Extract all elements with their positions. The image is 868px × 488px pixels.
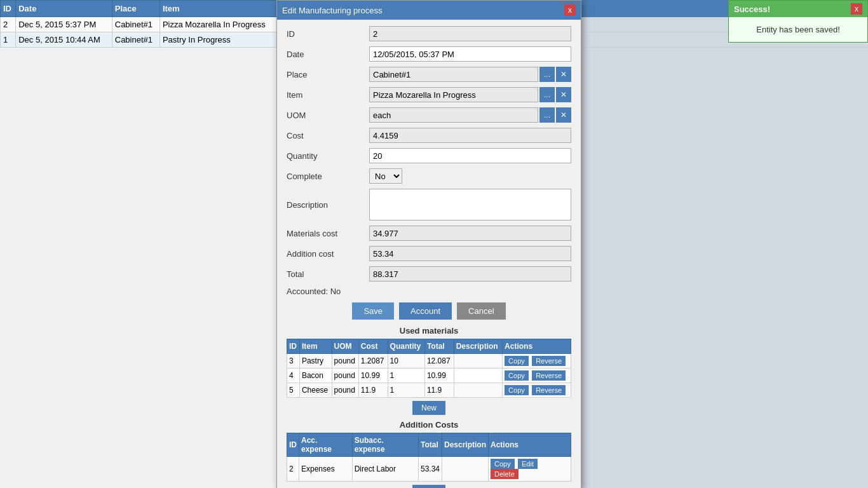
input-quantity[interactable] (369, 148, 571, 163)
field-date: Date (287, 46, 571, 62)
um-row-total: 11.9 (424, 383, 454, 398)
ac-col-id: ID (287, 433, 299, 457)
um-col-id: ID (287, 339, 300, 354)
um-col-actions: Actions (503, 339, 571, 354)
modal-body: ID Date Place ... ✕ (277, 20, 581, 488)
action-buttons: Save Account Cancel (287, 302, 571, 320)
um-row-uom: pound (332, 369, 358, 383)
addition-costs-header: Addition Costs (287, 420, 571, 430)
label-complete: Complete (287, 172, 369, 181)
place-browse-button[interactable]: ... (539, 67, 555, 82)
modal-overlay: Edit Manufacturing process x ID Date Pla… (276, 0, 581, 488)
label-place: Place (287, 70, 369, 79)
um-row-actions: Copy Reverse (503, 383, 571, 398)
um-row-id: 3 (287, 354, 300, 369)
field-accounted: Accounted: No (287, 287, 571, 296)
save-button[interactable]: Save (352, 302, 394, 320)
select-complete[interactable]: No Yes (369, 168, 402, 184)
um-reverse-button-1[interactable]: Reverse (532, 370, 566, 381)
ac-copy-button-0[interactable]: Copy (491, 459, 515, 469)
ac-new-button[interactable]: New (412, 485, 445, 488)
ac-delete-button-0[interactable]: Delete (491, 469, 519, 479)
ac-row-actions: Copy Edit Delete (489, 457, 571, 482)
um-copy-button-1[interactable]: Copy (505, 370, 529, 381)
used-materials-header: Used materials (287, 326, 571, 336)
field-uom: UOM ... ✕ (287, 107, 571, 123)
label-description: Description (287, 200, 369, 210)
accounted-text: Accounted: No (287, 287, 341, 296)
field-description: Description (287, 189, 571, 220)
um-reverse-button-0[interactable]: Reverse (532, 356, 566, 366)
ac-col-actions: Actions (489, 433, 571, 457)
input-cost[interactable] (369, 128, 571, 143)
um-col-uom: UOM (332, 339, 358, 354)
label-quantity: Quantity (287, 151, 369, 161)
label-total: Total (287, 269, 369, 279)
um-row-desc (454, 369, 502, 383)
row-item: Pizza Mozarella In Progress (159, 17, 279, 32)
field-materials-cost: Materials cost (287, 226, 571, 241)
row-id: 1 (1, 32, 16, 48)
input-item[interactable] (369, 87, 538, 102)
success-body: Entity has been saved! (729, 17, 867, 42)
input-place[interactable] (369, 67, 538, 82)
item-browse-button[interactable]: ... (539, 87, 555, 102)
modal-close-button[interactable]: x (564, 4, 576, 16)
account-button[interactable]: Account (399, 302, 452, 320)
label-id: ID (287, 29, 369, 39)
row-place: Cabinet#1 (112, 17, 159, 32)
label-cost: Cost (287, 131, 369, 140)
main-table: ID Date Place Item 2 Dec 5, 2015 5:37 PM… (0, 0, 280, 48)
um-row-item: Pastry (299, 354, 332, 369)
row-date: Dec 5, 2015 10:44 AM (16, 32, 112, 48)
um-row-quantity: 1 (388, 369, 424, 383)
label-addition-cost: Addition cost (287, 249, 369, 259)
um-col-item: Item (299, 339, 332, 354)
ac-row-acc-expense: Expenses (299, 457, 353, 482)
um-row-id: 5 (287, 383, 300, 398)
textarea-description[interactable] (369, 189, 571, 220)
ac-row-subacc-expense: Direct Labor (352, 457, 418, 482)
ac-row-id: 2 (287, 457, 299, 482)
ac-col-description: Description (442, 433, 488, 457)
modal-title-bar: Edit Manufacturing process x (277, 1, 581, 20)
uom-clear-button[interactable]: ✕ (556, 107, 571, 123)
table-row[interactable]: 2 Dec 5, 2015 5:37 PM Cabinet#1 Pizza Mo… (1, 17, 280, 32)
um-col-cost: Cost (358, 339, 388, 354)
ac-row-total: 53.34 (418, 457, 442, 482)
success-close-button[interactable]: x (851, 3, 862, 15)
um-row-total: 10.99 (424, 369, 454, 383)
input-id[interactable] (369, 26, 571, 41)
um-row-desc (454, 354, 502, 369)
success-message: Entity has been saved! (756, 25, 840, 34)
col-date: Date (16, 1, 112, 17)
label-materials-cost: Materials cost (287, 229, 369, 238)
um-row-cost: 11.9 (358, 383, 388, 398)
cancel-button[interactable]: Cancel (457, 302, 505, 320)
input-date[interactable] (369, 46, 571, 62)
um-row-desc (454, 383, 502, 398)
input-addition-cost (369, 246, 571, 261)
um-reverse-button-2[interactable]: Reverse (532, 385, 566, 395)
field-id: ID (287, 26, 571, 41)
um-row-actions: Copy Reverse (503, 369, 571, 383)
field-item: Item ... ✕ (287, 87, 571, 102)
success-notification: Success! x Entity has been saved! (728, 0, 868, 43)
success-title: Success! (734, 4, 770, 14)
um-row-item: Cheese (299, 383, 332, 398)
um-copy-button-2[interactable]: Copy (505, 385, 529, 395)
col-item: Item (159, 1, 279, 17)
uom-browse-button[interactable]: ... (539, 107, 555, 123)
um-row-2: 5 Cheese pound 11.9 1 11.9 Copy Reverse (287, 383, 571, 398)
um-row-total: 12.087 (424, 354, 454, 369)
um-row-uom: pound (332, 354, 358, 369)
um-copy-button-0[interactable]: Copy (505, 356, 529, 366)
um-new-button[interactable]: New (412, 401, 445, 415)
item-clear-button[interactable]: ✕ (556, 87, 571, 102)
place-clear-button[interactable]: ✕ (556, 67, 571, 82)
ac-edit-button-0[interactable]: Edit (518, 459, 538, 469)
input-uom[interactable] (369, 107, 538, 123)
um-col-description: Description (454, 339, 502, 354)
table-row[interactable]: 1 Dec 5, 2015 10:44 AM Cabinet#1 Pastry … (1, 32, 280, 48)
modal-title: Edit Manufacturing process (282, 6, 383, 15)
